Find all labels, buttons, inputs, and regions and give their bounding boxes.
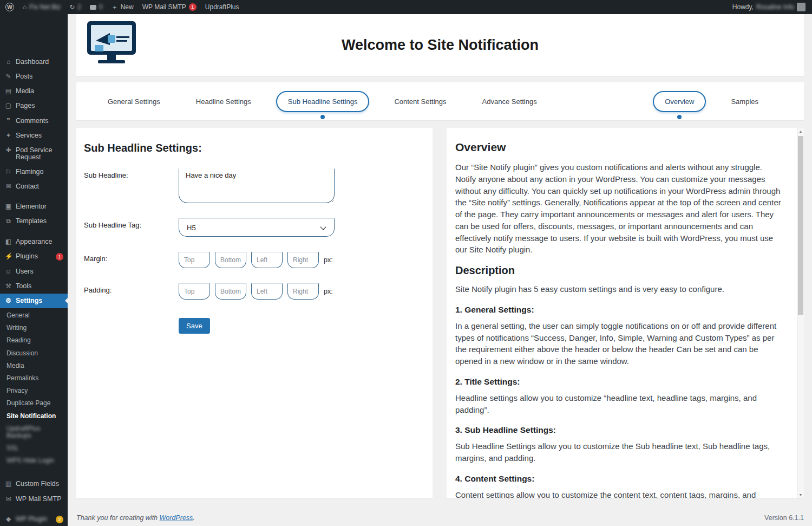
margin-bottom-input[interactable] [215, 252, 246, 268]
sidebar-item-pages[interactable]: ▢ Pages [0, 99, 68, 113]
submenu-item-ssl[interactable]: SSL [0, 442, 68, 454]
save-button[interactable]: Save [179, 318, 210, 334]
footer-thanks-text: Thank you for creating with [76, 514, 160, 522]
padding-top-input[interactable] [179, 283, 210, 300]
templates-icon: ⧉ [5, 218, 12, 225]
avatar [797, 3, 806, 11]
chevron-down-icon [320, 224, 326, 230]
wordpress-logo-icon: W [5, 3, 14, 11]
sidebar-item-label: Custom Fields [16, 480, 59, 488]
form-heading: Sub Headline Settings: [84, 142, 424, 154]
dashboard-icon: ⌂ [5, 59, 12, 66]
new-content-menu[interactable]: ＋ New [112, 3, 134, 12]
admin-sidebar: ⌂ Dashboard ✎ Posts ▤ Media ▢ Pages ❞ Co… [0, 14, 68, 526]
padding-right-input[interactable] [287, 283, 319, 300]
user-name: Rosaline Info [756, 3, 794, 11]
menu-separator [0, 471, 68, 477]
my-account-menu[interactable]: Howdy, Rosaline Info [732, 3, 806, 11]
sidebar-item-templates[interactable]: ⧉ Templates [0, 214, 68, 229]
sidebar-item-plugins[interactable]: ⚡ Plugins 1 [0, 249, 68, 264]
sidebar-item-contact[interactable]: ✉ Contact [0, 179, 68, 194]
padding-bottom-input[interactable] [215, 283, 246, 300]
margin-label: Margin: [84, 252, 179, 263]
comments-count: 0 [99, 3, 103, 11]
section-1-text: In a general setting, the user can simpl… [455, 320, 784, 367]
section-2-title: 2. Title Settings: [455, 377, 784, 387]
submenu-item-site-notification[interactable]: Site Notification [0, 410, 68, 423]
sidebar-item-label: Settings [16, 297, 42, 304]
appearance-icon: ◧ [5, 238, 12, 245]
submenu-item-discussion[interactable]: Discussion [0, 347, 68, 360]
description-title: Description [455, 264, 784, 277]
sidebar-item-plugin[interactable]: ◆ WP Plugin 2 [0, 512, 68, 526]
submenu-item-updraftplus-backups[interactable]: UpdraftPlus Backups [0, 423, 68, 442]
sidebar-item-tools[interactable]: ⚒ Tools [0, 279, 68, 294]
sidebar-item-pod-service-request[interactable]: ✚ Pod Service Request [0, 143, 68, 165]
sidebar-item-posts[interactable]: ✎ Posts [0, 69, 68, 84]
updates-count: 2 [77, 3, 81, 11]
tab-headline-settings[interactable]: Headline Settings [185, 92, 262, 111]
sub-headline-textarea[interactable]: Have a nice day [179, 168, 335, 203]
sidebar-item-label: Templates [16, 218, 47, 225]
comments-menu[interactable]: 0 [90, 3, 103, 11]
tab-general-settings[interactable]: General Settings [97, 92, 171, 111]
sidebar-item-flamingo[interactable]: ⚐ Flamingo [0, 165, 68, 179]
submenu-item-media[interactable]: Media [0, 360, 68, 372]
sidebar-item-label: Media [16, 88, 34, 95]
tools-icon: ⚒ [5, 283, 12, 290]
section-1-title: 1. General Settings: [455, 305, 784, 315]
menu-separator [0, 194, 68, 199]
wp-mail-smtp-label: WP Mail SMTP [142, 3, 186, 11]
submenu-item-permalinks[interactable]: Permalinks [0, 372, 68, 385]
margin-left-input[interactable] [251, 252, 283, 268]
submenu-item-wps-hide-login[interactable]: WPS Hide Login [0, 454, 68, 467]
settings-submenu: General Writing Reading Discussion Media… [0, 308, 68, 471]
sidebar-item-label: WP Plugin [16, 516, 47, 523]
sidebar-item-custom-fields[interactable]: ▥ Custom Fields [0, 477, 68, 491]
scroll-down-arrow-icon[interactable]: ▼ [797, 491, 804, 498]
submenu-item-privacy[interactable]: Privacy [0, 385, 68, 397]
submenu-item-reading[interactable]: Reading [0, 334, 68, 347]
sidebar-item-settings[interactable]: ⚙ Settings [0, 294, 68, 308]
sidebar-item-media[interactable]: ▤ Media [0, 84, 68, 99]
site-name-menu[interactable]: ⌂ Fix Net Biz [23, 3, 61, 11]
padding-left-input[interactable] [251, 283, 283, 300]
sidebar-item-label: Appearance [16, 238, 52, 245]
plugin-header: Welcome to Site Notification [76, 14, 804, 76]
sidebar-item-label: Posts [16, 73, 32, 80]
submenu-item-writing[interactable]: Writing [0, 322, 68, 334]
tab-advance-settings[interactable]: Advance Settings [472, 92, 548, 111]
overview-intro: Our “Site Notify plugin” gives you custo… [455, 161, 784, 256]
tab-sub-headline-settings[interactable]: Sub Headline Settings [276, 91, 370, 112]
sidebar-item-dashboard[interactable]: ⌂ Dashboard [0, 55, 68, 69]
sidebar-item-appearance[interactable]: ◧ Appearance [0, 235, 68, 249]
sidebar-item-label: Plugins [16, 253, 38, 260]
sidebar-item-elementor[interactable]: ▣ Elementor [0, 199, 68, 214]
wp-logo-menu[interactable]: W [5, 3, 14, 11]
plugin-generic-icon: ◆ [5, 516, 12, 523]
updraftplus-label: UpdraftPlus [205, 3, 239, 11]
tab-samples[interactable]: Samples [720, 92, 769, 111]
elementor-icon: ▣ [5, 203, 12, 210]
wp-mail-smtp-menu[interactable]: WP Mail SMTP 1 [142, 3, 197, 11]
updraftplus-menu[interactable]: UpdraftPlus [205, 3, 239, 11]
wordpress-link[interactable]: WordPress [160, 514, 193, 522]
sidebar-item-comments[interactable]: ❞ Comments [0, 114, 68, 128]
scrollbar-thumb[interactable] [798, 136, 803, 315]
submenu-item-duplicate-page[interactable]: Duplicate Page [0, 397, 68, 410]
submenu-item-general[interactable]: General [0, 309, 68, 322]
margin-top-input[interactable] [179, 252, 210, 268]
footer-period: . [193, 514, 194, 522]
tab-content-settings[interactable]: Content Settings [383, 92, 457, 111]
sub-headline-settings-panel: Sub Headline Settings: Sub Headline: Hav… [76, 128, 433, 498]
tab-overview[interactable]: Overview [653, 91, 706, 112]
sidebar-item-label: Dashboard [16, 59, 49, 66]
sidebar-item-users[interactable]: ☺ Users [0, 264, 68, 279]
updates-menu[interactable]: ↻ 2 [69, 3, 81, 11]
sidebar-item-wp-mail-smtp[interactable]: ✉ WP Mail SMTP [0, 492, 68, 506]
margin-right-input[interactable] [287, 252, 319, 268]
sub-headline-tag-select[interactable]: H5 [179, 218, 335, 237]
scroll-up-arrow-icon[interactable]: ▲ [797, 128, 804, 135]
sidebar-item-services[interactable]: ✦ Services [0, 128, 68, 143]
overview-scrollbar[interactable]: ▲ ▼ [797, 128, 804, 498]
